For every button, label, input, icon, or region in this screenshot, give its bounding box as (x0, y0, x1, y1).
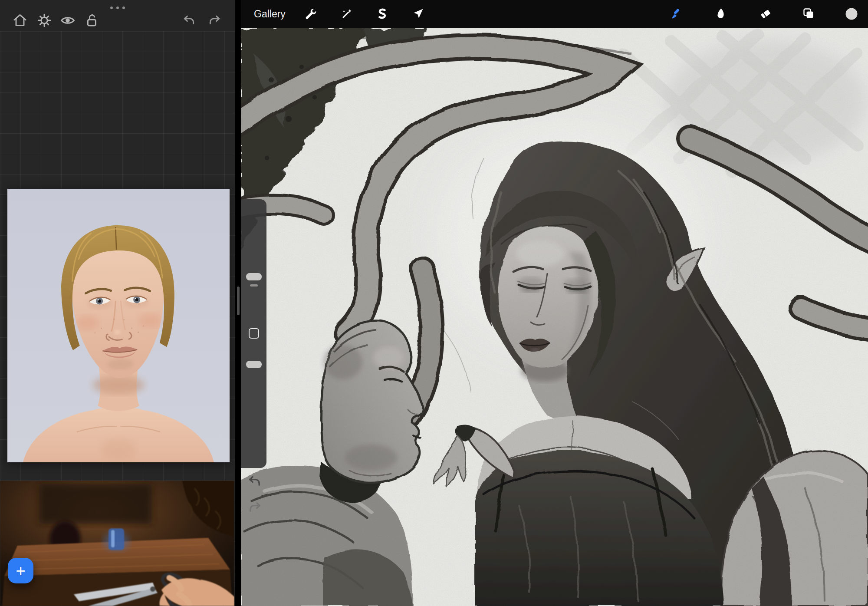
viewport-3d-head[interactable] (7, 189, 230, 462)
opacity-slider[interactable] (246, 361, 262, 368)
reference-app-toolbar (0, 0, 235, 31)
add-button[interactable]: + (8, 558, 33, 583)
3d-head-render (7, 189, 230, 462)
procreate-toolbar: Gallery (241, 0, 868, 28)
photo-scissors (0, 481, 234, 606)
canvas-redo-icon[interactable] (247, 500, 263, 516)
unlock-icon[interactable] (84, 13, 100, 28)
artwork (241, 28, 868, 606)
window-controls-ellipsis-icon[interactable] (110, 7, 125, 9)
brush-sidebar (241, 199, 266, 468)
brush-size-marker (250, 284, 258, 287)
home-icon[interactable] (12, 13, 28, 28)
screen: + Gallery (0, 0, 868, 606)
split-view-drag-handle[interactable] (237, 287, 240, 315)
visibility-eye-icon[interactable] (60, 13, 76, 28)
layers-icon[interactable] (797, 0, 820, 28)
split-view-divider (235, 0, 241, 606)
selection-icon[interactable] (371, 0, 394, 28)
redo-icon[interactable] (207, 13, 223, 29)
eraser-icon[interactable] (754, 0, 777, 28)
transform-arrow-icon[interactable] (407, 0, 430, 28)
smudge-icon[interactable] (710, 0, 732, 28)
color-swatch-icon[interactable] (840, 0, 863, 28)
reference-photo[interactable] (0, 481, 234, 606)
canvas-undo-icon[interactable] (247, 474, 263, 490)
reference-app-panel: + (0, 0, 235, 606)
gallery-button[interactable]: Gallery (251, 0, 288, 28)
drawing-canvas[interactable] (241, 28, 868, 606)
actions-wrench-icon[interactable] (299, 0, 322, 28)
brush-size-slider[interactable] (246, 273, 262, 280)
modify-button[interactable] (249, 328, 259, 339)
settings-gear-icon[interactable] (36, 13, 52, 28)
paint-brush-icon[interactable] (665, 0, 688, 28)
undo-icon[interactable] (182, 13, 197, 29)
adjustments-wand-icon[interactable] (335, 0, 358, 28)
procreate-app: Gallery (241, 0, 868, 606)
